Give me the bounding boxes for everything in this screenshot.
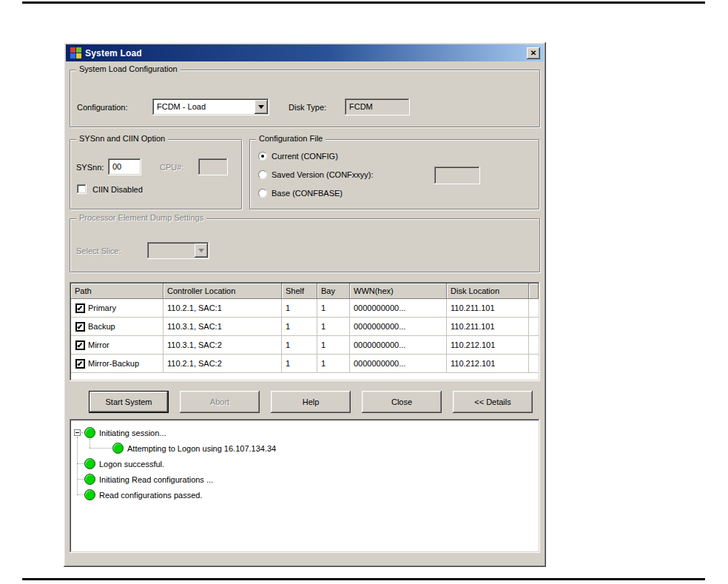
group-sysnn-ciin-option: SYSnn and CIIN Option SYSnn: 00 CPU#: CI… xyxy=(70,139,242,209)
controller-cell: 110.2.1, SAC:2 xyxy=(164,355,282,372)
window-title: System Load xyxy=(85,48,527,58)
system-load-dialog: System Load ✕ System Load Configuration … xyxy=(64,42,546,567)
checkmark-icon xyxy=(77,323,82,329)
checkmark-icon xyxy=(77,360,82,366)
bay-cell: 1 xyxy=(317,355,350,372)
radio-icon xyxy=(258,152,267,161)
row-checkbox[interactable] xyxy=(75,340,85,350)
column-header-path[interactable]: Path xyxy=(71,283,164,299)
column-header-disk-location[interactable]: Disk Location xyxy=(447,283,529,299)
table-row[interactable]: Backup 110.3.1, SAC:1 1 1 0000000000... … xyxy=(71,318,539,336)
disk-cell: 110.211.101 xyxy=(447,299,529,317)
wwn-cell: 0000000000... xyxy=(350,355,447,372)
disk-type-value: FCDM xyxy=(349,102,373,111)
log-item[interactable]: Attempting to Logon using 16.107.134.34 xyxy=(71,440,539,456)
disk-cell: 110.211.101 xyxy=(447,318,529,335)
sysnn-input[interactable]: 00 xyxy=(108,158,141,175)
radio-saved-version[interactable]: Saved Version (CONFxxyy): xyxy=(258,169,374,181)
radio-current-config[interactable]: Current (CONFIG) xyxy=(258,150,338,162)
group-title: SYSnn and CIIN Option xyxy=(76,134,168,143)
close-button[interactable]: ✕ xyxy=(527,47,540,59)
button-label: Abort xyxy=(210,397,229,406)
log-item[interactable]: Initiating session... xyxy=(71,425,539,440)
column-header-wwn[interactable]: WWN(hex) xyxy=(350,283,447,299)
group-configuration-file: Configuration File Current (CONFIG) Save… xyxy=(249,139,539,209)
disk-type-field: FCDM xyxy=(345,98,410,115)
status-ok-icon xyxy=(84,489,95,500)
log-text: Logon successful. xyxy=(99,460,164,469)
radio-label: Base (CONFBASE) xyxy=(272,189,343,198)
wwn-cell: 0000000000... xyxy=(350,299,447,317)
close-button-bottom[interactable]: Close xyxy=(362,391,442,413)
path-cell: Mirror-Backup xyxy=(88,359,139,368)
status-tree: Initiating session... Attempting to Logo… xyxy=(71,420,539,551)
checkmark-icon xyxy=(77,342,82,347)
log-item[interactable]: Read configurations passed. xyxy=(71,487,539,503)
checkmark-icon xyxy=(77,305,82,310)
group-title: Processor Element Dump Settings xyxy=(76,213,206,222)
group-processor-element-dump-settings: Processor Element Dump Settings Select S… xyxy=(70,218,540,272)
log-text: Attempting to Logon using 16.107.134.34 xyxy=(127,444,276,453)
shelf-cell: 1 xyxy=(282,318,317,335)
chevron-down-icon xyxy=(198,249,204,252)
configuration-label: Configuration: xyxy=(77,103,128,112)
bay-cell: 1 xyxy=(317,336,350,354)
radio-label: Current (CONFIG) xyxy=(272,152,338,161)
log-text: Read configurations passed. xyxy=(99,491,202,500)
chevron-down-icon xyxy=(258,105,264,109)
dropdown-button[interactable] xyxy=(255,100,268,114)
group-title: System Load Configuration xyxy=(76,64,181,73)
button-label: Start System xyxy=(106,397,152,406)
row-checkbox[interactable] xyxy=(75,359,85,369)
column-header-bay[interactable]: Bay xyxy=(317,283,350,299)
close-icon: ✕ xyxy=(530,50,536,57)
table-row[interactable]: Primary 110.2.1, SAC:1 1 1 0000000000...… xyxy=(71,299,539,318)
radio-icon xyxy=(258,170,267,179)
row-checkbox[interactable] xyxy=(75,322,85,332)
table-row[interactable]: Mirror 110.3.1, SAC:2 1 1 0000000000... … xyxy=(71,336,539,355)
page-rule-top xyxy=(22,1,705,4)
radio-icon xyxy=(258,189,267,198)
window-icon xyxy=(70,47,81,59)
ciin-disabled-checkbox[interactable] xyxy=(77,184,87,194)
disk-cell: 110.212.101 xyxy=(447,336,529,354)
configuration-dropdown[interactable]: FCDM - Load xyxy=(152,98,269,115)
controller-cell: 110.2.1, SAC:1 xyxy=(164,299,282,317)
shelf-cell: 1 xyxy=(282,355,317,372)
cpu-input xyxy=(198,158,228,175)
group-title: Configuration File xyxy=(256,134,326,143)
path-table: Path Controller Location Shelf Bay WWN(h… xyxy=(70,282,540,381)
bay-cell: 1 xyxy=(317,299,350,317)
path-cell: Mirror xyxy=(88,340,109,349)
sysnn-label: SYSnn: xyxy=(76,163,104,172)
details-button[interactable]: << Details xyxy=(453,391,533,413)
sysnn-value: 00 xyxy=(112,162,121,171)
page-rule-bottom xyxy=(22,578,705,580)
status-ok-icon xyxy=(84,458,95,469)
start-system-button[interactable]: Start System xyxy=(89,391,169,413)
ciin-disabled-label: CIIN Disabled xyxy=(92,185,143,194)
button-label: Help xyxy=(303,397,320,406)
help-button[interactable]: Help xyxy=(271,391,351,413)
collapse-expander-icon[interactable] xyxy=(74,429,81,436)
radio-base-confbase[interactable]: Base (CONFBASE) xyxy=(258,187,343,199)
controller-cell: 110.3.1, SAC:2 xyxy=(164,336,282,354)
log-item[interactable]: Logon successful. xyxy=(71,456,539,471)
row-checkbox[interactable] xyxy=(75,303,85,313)
column-header-controller-location[interactable]: Controller Location xyxy=(164,283,282,299)
table-header-row: Path Controller Location Shelf Bay WWN(h… xyxy=(71,283,539,299)
status-ok-icon xyxy=(84,474,95,485)
radio-label: Saved Version (CONFxxyy): xyxy=(272,170,374,179)
abort-button: Abort xyxy=(180,391,260,413)
log-item[interactable]: Initiating Read configurations ... xyxy=(71,471,539,487)
select-slice-dropdown xyxy=(147,242,209,259)
button-label: << Details xyxy=(474,397,511,406)
table-row[interactable]: Mirror-Backup 110.2.1, SAC:2 1 1 0000000… xyxy=(71,355,539,373)
select-slice-value xyxy=(147,242,193,259)
status-ok-icon xyxy=(112,443,124,454)
column-header-shelf[interactable]: Shelf xyxy=(282,283,317,299)
cpu-label: CPU#: xyxy=(160,163,183,172)
titlebar[interactable]: System Load ✕ xyxy=(66,44,544,61)
saved-version-input xyxy=(434,167,480,184)
status-log-panel: Initiating session... Attempting to Logo… xyxy=(70,419,540,553)
